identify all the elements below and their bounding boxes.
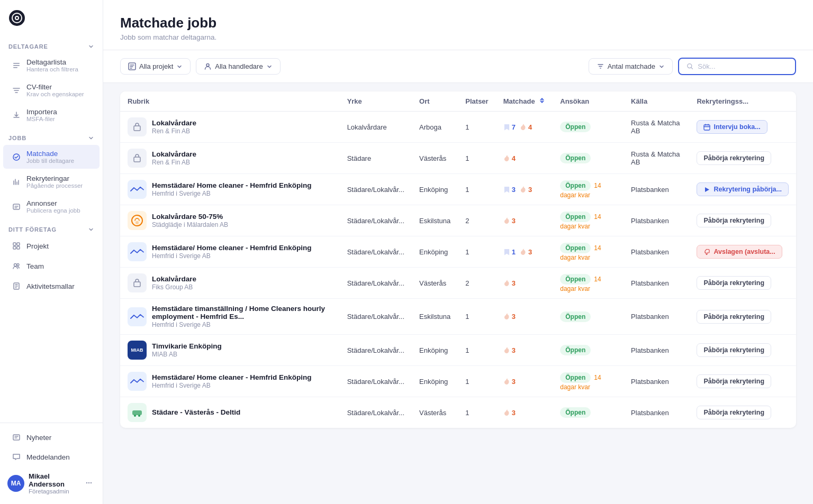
ad-icon	[12, 202, 21, 212]
col-rekrytering: Intervju boka...	[689, 112, 796, 143]
fire-icon	[503, 347, 510, 354]
col-ort: Enköping	[412, 174, 458, 205]
col-platser: 1	[458, 143, 495, 174]
rekrytering-button[interactable]: Påbörja rekrytering	[697, 276, 771, 290]
bookmark-icon	[503, 249, 510, 255]
svg-rect-8	[13, 204, 20, 209]
col-ansokan: Öppen14 dagar kvar	[553, 236, 624, 268]
col-rekrytering: Påbörja rekrytering	[689, 299, 796, 335]
sort-button[interactable]: Antal matchade	[589, 58, 673, 75]
fire-match: 4	[503, 154, 516, 162]
col-yrke: Städare/Lokalvår...	[340, 366, 412, 397]
sidebar-item-annonser[interactable]: Annonser Publicera egna jobb	[3, 195, 100, 218]
match-cell: 1 3	[503, 248, 546, 256]
rekrytering-button[interactable]: Påbörja rekrytering	[697, 343, 771, 357]
col-matchade: 3	[496, 205, 553, 236]
col-yrke: Städare/Lokalvår...	[340, 299, 412, 335]
rekrytering-button[interactable]: Påbörja rekrytering	[697, 214, 771, 227]
col-kalla: Platsbanken	[624, 268, 689, 299]
user-profile[interactable]: MA Mikael Andersson Företagsadmin	[0, 467, 103, 500]
col-ort: Arboga	[412, 112, 458, 143]
match-cell: 3	[503, 279, 546, 287]
svg-point-19	[91, 482, 92, 483]
col-platser: 2	[458, 205, 495, 236]
fire-match: 4	[520, 123, 532, 131]
svg-rect-16	[13, 435, 20, 440]
sidebar-item-matchade[interactable]: Matchade Jobb till deltagare	[3, 145, 100, 169]
col-kalla: Platsbanken	[624, 236, 689, 268]
sidebar-item-cv-filter[interactable]: CV-filter Krav och egenskaper	[3, 78, 100, 102]
col-kalla: Platsbanken	[624, 205, 689, 236]
col-platser: 1	[458, 366, 495, 397]
col-platser: Platser	[458, 91, 495, 112]
status-badge: Öppen	[560, 243, 591, 253]
svg-point-28	[136, 221, 139, 224]
status-badge: Öppen	[560, 372, 591, 383]
rekrytering-button[interactable]: Intervju boka...	[697, 120, 767, 134]
logo	[0, 0, 103, 36]
rekrytering-button[interactable]: Påbörja rekrytering	[697, 151, 771, 165]
list-icon	[12, 61, 21, 70]
table-row: Städare - Västerås - Deltid Städare/Loka…	[120, 397, 796, 428]
rekrytering-button[interactable]: Rekrytering påbörja...	[697, 182, 789, 196]
svg-point-3	[16, 17, 18, 19]
page-title: Matchade jobb	[120, 15, 796, 31]
col-kalla: Rusta & Matcha AB	[624, 143, 689, 174]
fire-icon	[503, 313, 510, 320]
project-filter-button[interactable]: Alla projekt	[120, 58, 191, 75]
import-icon	[12, 111, 21, 120]
match-icon	[12, 152, 21, 162]
company-logo	[128, 180, 147, 199]
team-icon	[12, 261, 21, 271]
fire-icon	[520, 124, 527, 131]
sidebar-item-importera[interactable]: Importera MSFA-filer	[3, 103, 100, 127]
toolbar: Alla projekt Alla handledare Antal match…	[103, 50, 813, 83]
company-logo	[128, 117, 147, 136]
col-ansokan: Öppen14 dagar kvar	[553, 205, 624, 236]
sidebar-item-projekt[interactable]: Projekt	[3, 236, 100, 255]
table-row: MIAB Timvikarie Enköping MIAB AB Städare…	[120, 335, 796, 366]
job-title: Städare - Västerås - Deltid	[152, 408, 240, 416]
rekrytering-button[interactable]: Påbörja rekrytering	[697, 310, 771, 324]
col-yrke: Städare/Lokalvår...	[340, 205, 412, 236]
sidebar-item-meddelanden[interactable]: Meddelanden	[3, 447, 100, 466]
col-matchade: 3	[496, 268, 553, 299]
col-matchade: 3	[496, 299, 553, 335]
sidebar-item-nyheter[interactable]: Nyheter	[3, 428, 100, 447]
job-company: Städglädje i Mälardalen AB	[152, 221, 228, 228]
rekrytering-button[interactable]: Påbörja rekrytering	[697, 374, 771, 388]
rekrytering-button[interactable]: Avslagen (avsluta...	[697, 245, 782, 259]
sidebar-item-deltagarlista[interactable]: Deltagarlista Hantera och filtrera	[3, 53, 100, 77]
calendar-icon	[703, 124, 710, 131]
col-platser: 1	[458, 236, 495, 268]
col-matchade[interactable]: Matchade	[496, 91, 553, 112]
status-badge: Öppen	[560, 153, 591, 163]
chevron-down-icon	[88, 43, 94, 50]
col-ort: Ort	[412, 91, 458, 112]
table-row: Hemstädare/ Home cleaner - Hemfrid Enköp…	[120, 366, 796, 397]
col-platser: 1	[458, 397, 495, 428]
col-matchade: 7 4	[496, 112, 553, 143]
fire-icon	[503, 378, 510, 385]
table-row: Hemstädare/ Home cleaner - Hemfrid Enköp…	[120, 236, 796, 268]
col-title: Lokalvårdare Fiks Group AB	[120, 268, 340, 299]
fire-match: 3	[503, 409, 516, 417]
user-menu-button[interactable]	[83, 476, 95, 491]
job-title: Hemstädare/ Home cleaner - Hemfrid Enköp…	[152, 373, 312, 381]
job-company: MIAB AB	[152, 351, 222, 358]
rekrytering-button[interactable]: Påbörja rekrytering	[697, 406, 771, 419]
sidebar-item-aktivitetsmallar[interactable]: Aktivitetsmallar	[3, 277, 100, 296]
col-rekrytering: Påbörja rekrytering	[689, 397, 796, 428]
col-ort: Enköping	[412, 335, 458, 366]
search-input[interactable]	[698, 62, 788, 70]
col-ansokan: Öppen	[553, 299, 624, 335]
sidebar-item-rekryteringar[interactable]: Rekryteringar Pågående processer	[3, 170, 100, 194]
col-ansokan: Öppen14 dagar kvar	[553, 366, 624, 397]
sidebar-item-team[interactable]: Team	[3, 256, 100, 276]
fire-match: 3	[503, 217, 516, 225]
handler-filter-button[interactable]: Alla handledare	[196, 58, 280, 75]
col-yrke: Städare/Lokalvår...	[340, 397, 412, 428]
sidebar-bottom: Nyheter Meddelanden MA Mikael Andersson …	[0, 423, 103, 504]
col-ort: Västerås	[412, 143, 458, 174]
col-rekrytering: Påbörja rekrytering	[689, 366, 796, 397]
